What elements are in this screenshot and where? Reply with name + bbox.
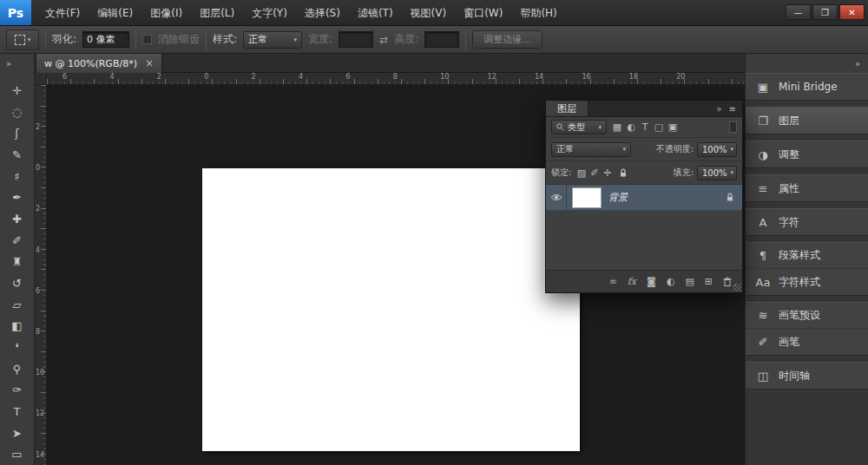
delete-layer-icon[interactable] bbox=[723, 277, 732, 286]
menu-bar: Ps 文件(F)编辑(E)图像(I)图层(L)文字(Y)选择(S)滤镜(T)视图… bbox=[0, 0, 868, 26]
eyedropper-tool[interactable]: ✒ bbox=[4, 187, 30, 208]
gradient-tool[interactable]: ◧ bbox=[4, 315, 30, 337]
style-dropdown[interactable]: 正常 ▾ bbox=[243, 31, 302, 49]
panel-button-adjustments[interactable]: ◑调整 bbox=[746, 141, 868, 167]
panel-button-brush[interactable]: ✐画笔 bbox=[746, 329, 868, 355]
minimize-button[interactable]: — bbox=[786, 4, 811, 20]
layer-row[interactable]: 背景 bbox=[546, 185, 742, 211]
layer-visibility-icon[interactable] bbox=[546, 185, 567, 210]
crop-tool[interactable]: ♯ bbox=[4, 166, 30, 187]
rectangle-tool[interactable]: ▭ bbox=[4, 443, 30, 465]
opacity-dropdown[interactable]: 100% ▾ bbox=[697, 142, 737, 157]
menu-item[interactable]: 图像(I) bbox=[141, 0, 191, 26]
panel-resize-grip[interactable] bbox=[733, 284, 741, 291]
marquee-tool[interactable]: ◌ bbox=[4, 102, 30, 123]
menu-item[interactable]: 文件(F) bbox=[36, 0, 89, 26]
character-icon: A bbox=[755, 216, 771, 229]
healing-brush-tool[interactable]: ✚ bbox=[4, 208, 30, 230]
document-canvas[interactable] bbox=[202, 168, 580, 451]
type-tool[interactable]: T bbox=[4, 401, 30, 422]
filter-type-dropdown[interactable]: 类型 ▾ bbox=[551, 120, 607, 134]
divider bbox=[465, 29, 466, 50]
move-tool[interactable]: ✛ bbox=[4, 80, 30, 102]
menu-item[interactable]: 帮助(H) bbox=[511, 0, 565, 26]
ruler-label: 4 bbox=[109, 74, 114, 81]
height-label: 高度: bbox=[394, 32, 418, 47]
panel-button-label: 图层 bbox=[779, 114, 799, 128]
layers-tab[interactable]: 图层 bbox=[546, 101, 589, 116]
panel-button-layers[interactable]: ❐图层 bbox=[746, 108, 868, 134]
menu-item[interactable]: 窗口(W) bbox=[455, 0, 511, 26]
close-button[interactable]: ✕ bbox=[839, 4, 865, 20]
menu-item[interactable]: 滤镜(T) bbox=[349, 0, 402, 26]
menu-item[interactable]: 文字(Y) bbox=[243, 0, 296, 26]
panel-button-timeline[interactable]: ◫时间轴 bbox=[746, 363, 868, 389]
ruler-label: 2 bbox=[36, 124, 40, 131]
lock-row: 锁定: ▨✐✛ 填充: 100% ▾ bbox=[546, 161, 742, 185]
pen-tool[interactable]: ✑ bbox=[4, 379, 30, 401]
filter-smart-object-icon[interactable]: ▣ bbox=[666, 121, 680, 133]
collapse-panel-icon[interactable]: » bbox=[716, 104, 721, 114]
swap-dimensions-icon[interactable]: ⇄ bbox=[379, 34, 388, 46]
lock-position-icon[interactable]: ✛ bbox=[601, 167, 614, 179]
dodge-tool[interactable]: ⚲ bbox=[4, 358, 30, 380]
antialias-checkbox[interactable] bbox=[142, 35, 152, 44]
path-selection-tool[interactable]: ➤ bbox=[4, 422, 30, 444]
brush-tool[interactable]: ✐ bbox=[4, 230, 30, 252]
dock-collapse[interactable]: » bbox=[745, 54, 868, 73]
menu-item[interactable]: 编辑(E) bbox=[89, 0, 141, 26]
history-brush-tool[interactable]: ↺ bbox=[4, 272, 30, 294]
height-input[interactable] bbox=[424, 31, 459, 48]
new-layer-icon[interactable]: ⊞ bbox=[705, 276, 713, 287]
width-input[interactable] bbox=[339, 31, 373, 48]
ruler-label: 6 bbox=[345, 74, 350, 81]
add-mask-icon[interactable]: ◙ bbox=[647, 276, 656, 287]
dock-group: ≋画笔预设✐画笔 bbox=[746, 302, 868, 356]
double-chevron-icon: » bbox=[855, 59, 860, 69]
panel-button-character-styles[interactable]: Aa字符样式 bbox=[746, 269, 868, 295]
menu-item[interactable]: 图层(L) bbox=[191, 0, 243, 26]
quick-selection-tool[interactable]: ✎ bbox=[4, 144, 30, 166]
panel-button-paragraph-styles[interactable]: ¶段落样式 bbox=[746, 243, 868, 269]
eraser-tool[interactable]: ▱ bbox=[4, 294, 30, 316]
feather-input[interactable] bbox=[82, 31, 129, 48]
timeline-icon: ◫ bbox=[755, 370, 771, 383]
filter-pixel-layers-icon[interactable]: ▦ bbox=[610, 121, 624, 133]
adjustment-layer-icon[interactable]: ◐ bbox=[667, 276, 675, 287]
lock-all-icon[interactable] bbox=[617, 168, 629, 178]
dock-group: ◫时间轴 bbox=[746, 362, 868, 390]
tools-panel-collapse[interactable]: » bbox=[0, 54, 35, 73]
panel-button-properties[interactable]: ≡属性 bbox=[746, 175, 868, 201]
tool-preset-picker[interactable]: ▾ bbox=[6, 29, 39, 50]
panel-button-brush-presets[interactable]: ≋画笔预设 bbox=[746, 303, 868, 329]
lock-pixels-icon[interactable]: ✐ bbox=[588, 167, 601, 179]
layer-style-icon[interactable]: fx bbox=[628, 276, 636, 287]
link-layers-icon[interactable]: ∞ bbox=[609, 276, 617, 287]
filter-toggle[interactable] bbox=[729, 121, 737, 133]
panel-button-mini-bridge[interactable]: ▣Mini Bridge bbox=[746, 74, 868, 100]
blend-mode-dropdown[interactable]: 正常 ▾ bbox=[551, 142, 631, 157]
fill-dropdown[interactable]: 100% ▾ bbox=[697, 166, 737, 180]
maximize-button[interactable]: ❐ bbox=[812, 4, 838, 20]
lock-transparency-icon[interactable]: ▨ bbox=[575, 167, 588, 179]
menu-item[interactable]: 视图(V) bbox=[402, 0, 456, 26]
dock-group: ¶段落样式Aa字符样式 bbox=[746, 242, 868, 296]
ruler-label: 6 bbox=[62, 74, 67, 81]
document-tab[interactable]: w @ 100%(RGB/8*) × bbox=[36, 54, 162, 73]
clone-stamp-tool[interactable]: ♜ bbox=[4, 251, 30, 272]
panel-button-character[interactable]: A字符 bbox=[746, 209, 868, 235]
refine-edge-button[interactable]: 调整边缘… bbox=[472, 30, 542, 49]
filter-adjustment-layers-icon[interactable]: ◐ bbox=[624, 121, 638, 133]
tab-close-icon[interactable]: × bbox=[145, 57, 154, 69]
layer-thumbnail[interactable] bbox=[572, 187, 602, 208]
dock-group: A字符 bbox=[746, 208, 868, 236]
lasso-tool[interactable]: ʃ bbox=[4, 122, 30, 144]
panel-menu-icon[interactable]: ≡ bbox=[729, 104, 736, 114]
new-group-icon[interactable]: ▤ bbox=[685, 276, 694, 287]
menu-item[interactable]: 选择(S) bbox=[296, 0, 349, 26]
feather-label: 羽化: bbox=[52, 32, 76, 47]
filter-shape-layers-icon[interactable]: ▢ bbox=[652, 121, 666, 133]
tab-row: » w @ 100%(RGB/8*) × » bbox=[0, 54, 868, 73]
filter-type-layers-icon[interactable]: T bbox=[638, 121, 652, 133]
blur-tool[interactable]: ❛ bbox=[4, 337, 30, 358]
